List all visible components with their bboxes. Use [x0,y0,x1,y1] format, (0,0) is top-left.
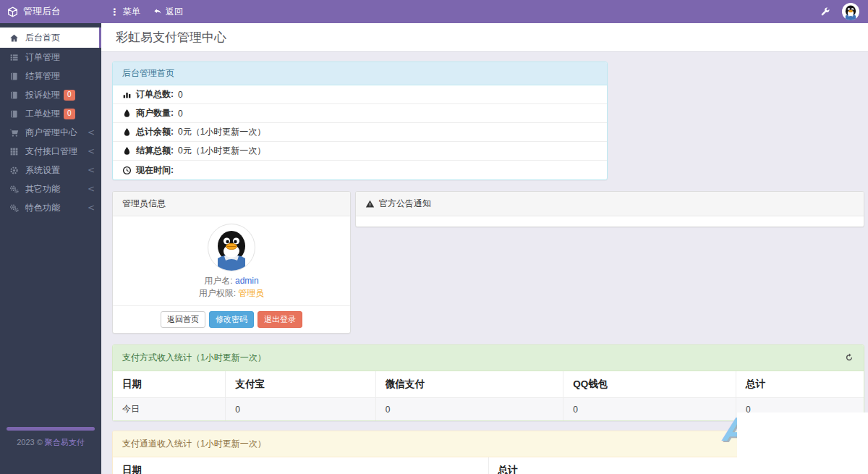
sidebar-footer-text: 2023 © 聚合易支付 [0,437,101,448]
sidebar-item-complaints[interactable]: 投诉处理 0 [0,85,101,104]
sidebar-divider [7,427,95,431]
sidebar-item-label: 结算管理 [25,70,60,82]
sidebar-item-merchant-center[interactable]: 商户管理中心 < [0,123,101,142]
sidebar-item-label: 后台首页 [25,32,60,44]
topnav: ⋮ 菜单 返回 [110,6,183,18]
menu-toggle-button[interactable]: ⋮ 菜单 [110,6,140,18]
sidebar-item-label: 系统设置 [25,164,60,177]
notice-panel-heading: 官方公告通知 [356,192,864,216]
wrench-icon [820,7,830,17]
sidebar: 后台首页 订单管理 结算管理 投诉处理 0 工单处理 [0,23,101,474]
cart-icon [9,128,20,137]
sidebar-item-label: 工单处理 [25,108,60,120]
chevron-left-icon: < [88,184,95,194]
user-avatar[interactable] [842,3,859,20]
footer-year: 2023 © [17,438,43,447]
sidebar-item-label: 投诉处理 [25,89,60,101]
stat-order-total: 订单总数: 0 [113,85,607,104]
table-cell: 今日 [113,398,226,421]
menu-toggle-label: 菜单 [123,6,140,18]
sidebar-footer: 2023 © 聚合易支付 [0,427,101,448]
admin-info-panel: 管理员信息 用户名: admin 用户权限: [112,191,351,334]
list-icon [9,53,20,62]
stat-value: 0 [178,109,183,119]
stat-value: 0元（1小时更新一次） [178,145,265,157]
notice-panel: 官方公告通知 [355,191,864,227]
main-area: 彩虹易支付管理中心 后台管理首页 订单总数: 0 商户数量: [101,23,868,474]
back-button-label: 返回 [166,6,183,18]
book-icon [9,90,20,100]
chevron-left-icon: < [88,203,95,213]
reply-arrow-icon [153,7,162,16]
stat-merchant-count: 商户数量: 0 [113,104,607,123]
page-title: 彩虹易支付管理中心 [116,29,226,46]
sidebar-menu: 后台首页 订单管理 结算管理 投诉处理 0 工单处理 [0,27,101,217]
column-header: 日期 [113,457,488,474]
grid-icon [9,147,20,156]
gear-icon [9,166,20,175]
qq-penguin-avatar-icon [208,224,255,271]
pay-method-stats-panel: 支付方式收入统计（1小时更新一次） 日期 支付宝 微信支付 QQ [112,344,864,421]
book-icon [9,72,20,81]
column-header: 支付宝 [226,371,376,398]
admin-app: 管理后台 ⋮ 菜单 返回 后 [0,0,868,474]
sidebar-item-label: 其它功能 [25,183,60,195]
stat-label: 结算总额: [136,145,174,157]
table-cell: 0 [563,398,736,421]
stat-value: 0元（1小时更新一次） [178,126,265,138]
page-header: 彩虹易支付管理中心 [101,23,868,52]
change-password-button[interactable]: 修改密码 [209,311,254,328]
table-cell: 0 [226,398,376,421]
stat-label: 订单总数: [136,88,174,101]
bar-chart-icon [122,90,132,99]
dashboard-panel-title: 后台管理首页 [122,67,174,80]
stat-label: 总计余额: [136,126,174,138]
sidebar-item-special-functions[interactable]: 特色功能 < [0,198,101,217]
sidebar-item-orders[interactable]: 订单管理 [0,48,101,67]
logout-button[interactable]: 退出登录 [258,311,302,328]
sidebar-item-tickets[interactable]: 工单处理 0 [0,104,101,123]
back-button[interactable]: 返回 [153,6,183,18]
dashboard-panel: 后台管理首页 订单总数: 0 商户数量: 0 总计余额: [112,62,608,180]
sidebar-item-home[interactable]: 后台首页 [0,27,101,48]
sidebar-item-label: 特色功能 [25,202,60,214]
sidebar-item-other-functions[interactable]: 其它功能 < [0,179,101,198]
cogs-icon [9,203,20,213]
app-brand-label: 管理后台 [23,5,61,18]
table-header-row: 日期 支付宝 微信支付 QQ钱包 总计 [113,371,864,398]
role-label: 用户权限: [199,288,236,298]
white-overlay-box [737,412,868,474]
stat-label: 商户数量: [136,107,174,119]
topbar-right [820,3,868,20]
stat-label: 现在时间: [136,164,174,177]
chevron-left-icon: < [88,146,95,156]
admin-role-line: 用户权限: 管理员 [120,287,343,300]
complaints-count-badge: 0 [64,90,75,101]
pay-channel-panel-title: 支付通道收入统计（1小时更新一次） [122,438,266,450]
sidebar-item-system-settings[interactable]: 系统设置 < [0,161,101,179]
ellipsis-v-icon: ⋮ [110,7,119,17]
username-label: 用户名: [204,276,232,286]
pay-method-panel-title: 支付方式收入统计（1小时更新一次） [122,352,266,364]
home-button[interactable]: 返回首页 [161,311,205,328]
book-icon [9,109,20,119]
sidebar-item-payment-api[interactable]: 支付接口管理 < [0,142,101,161]
username-link[interactable]: admin [235,276,259,286]
column-header: 日期 [113,371,226,398]
settings-wrench-button[interactable] [820,7,830,17]
refresh-button[interactable] [845,353,854,363]
cube-logo-icon [7,7,18,17]
admin-panel-body: 用户名: admin 用户权限: 管理员 [113,216,350,305]
admin-username-line: 用户名: admin [120,275,343,287]
sidebar-item-label: 商户管理中心 [25,127,77,139]
sidebar-item-settlement[interactable]: 结算管理 [0,67,101,85]
notice-panel-body [356,216,864,227]
content: 后台管理首页 订单总数: 0 商户数量: 0 总计余额: [101,52,868,474]
stat-value: 0 [178,90,183,100]
column-header: 微信支付 [375,371,563,398]
footer-brand-link[interactable]: 聚合易支付 [45,438,85,447]
cogs-icon [9,185,20,194]
table-cell: 0 [375,398,563,421]
column-header: 总计 [736,371,864,398]
qq-penguin-avatar-icon [842,3,859,20]
